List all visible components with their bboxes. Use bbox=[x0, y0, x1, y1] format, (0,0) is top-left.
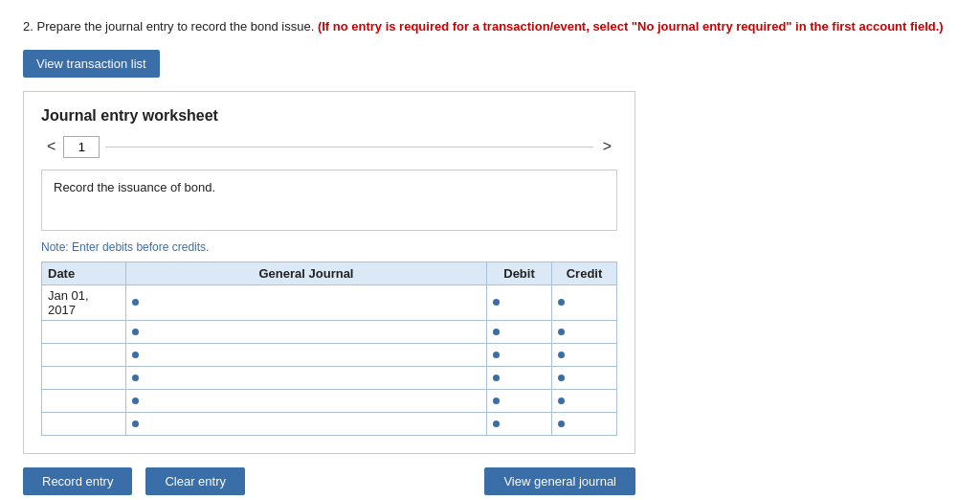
blue-dot-icon bbox=[558, 420, 565, 427]
credit-cell-3[interactable] bbox=[552, 366, 617, 389]
blue-dot-icon bbox=[493, 329, 500, 335]
blue-dot-icon bbox=[132, 299, 139, 306]
date-cell-0[interactable]: Jan 01, 2017 bbox=[42, 284, 126, 320]
journal-table: Date General Journal Debit Credit Jan 01… bbox=[41, 261, 617, 436]
blue-dot-icon bbox=[558, 375, 565, 381]
record-entry-button[interactable]: Record entry bbox=[23, 467, 132, 495]
blue-dot-icon bbox=[132, 375, 139, 381]
debit-cell-4[interactable] bbox=[487, 389, 552, 412]
nav-row: < > bbox=[41, 136, 617, 158]
view-general-journal-button[interactable]: View general journal bbox=[484, 467, 635, 495]
col-header-debit: Debit bbox=[487, 261, 552, 284]
gj-cell-0[interactable] bbox=[126, 284, 487, 320]
date-cell-2[interactable] bbox=[42, 343, 126, 366]
table-row bbox=[42, 412, 617, 435]
nav-line bbox=[105, 147, 592, 148]
debit-cell-3[interactable] bbox=[487, 366, 552, 389]
debit-cell-1[interactable] bbox=[487, 320, 552, 343]
date-cell-4[interactable] bbox=[42, 389, 126, 412]
credit-cell-0[interactable] bbox=[552, 284, 617, 320]
blue-dot-icon bbox=[493, 398, 500, 404]
blue-dot-icon bbox=[132, 398, 139, 404]
debit-cell-2[interactable] bbox=[487, 343, 552, 366]
question-instruction: (If no entry is required for a transacti… bbox=[318, 19, 944, 34]
question-number: 2. bbox=[23, 19, 33, 34]
blue-dot-icon bbox=[493, 420, 500, 427]
question-text: 2. Prepare the journal entry to record t… bbox=[23, 17, 957, 36]
blue-dot-icon bbox=[493, 352, 500, 358]
worksheet-title: Journal entry worksheet bbox=[41, 107, 617, 125]
blue-dot-icon bbox=[132, 420, 139, 427]
question-intro: Prepare the journal entry to record the … bbox=[36, 19, 317, 34]
debit-cell-0[interactable] bbox=[487, 284, 552, 320]
nav-page-input[interactable] bbox=[63, 136, 100, 158]
table-row bbox=[42, 320, 617, 343]
blue-dot-icon bbox=[558, 299, 565, 306]
table-row bbox=[42, 366, 617, 389]
credit-cell-5[interactable] bbox=[552, 412, 617, 435]
note-text: Note: Enter debits before credits. bbox=[41, 240, 617, 254]
credit-cell-2[interactable] bbox=[552, 343, 617, 366]
bottom-buttons: Record entry Clear entry View general jo… bbox=[23, 467, 635, 495]
blue-dot-icon bbox=[132, 352, 139, 358]
blue-dot-icon bbox=[132, 329, 139, 335]
gj-cell-1[interactable] bbox=[126, 320, 487, 343]
clear-entry-button[interactable]: Clear entry bbox=[145, 467, 245, 495]
credit-cell-4[interactable] bbox=[552, 389, 617, 412]
worksheet-container: Journal entry worksheet < > Record the i… bbox=[23, 91, 635, 454]
blue-dot-icon bbox=[558, 398, 565, 404]
nav-prev-button[interactable]: < bbox=[41, 136, 61, 157]
gj-cell-2[interactable] bbox=[126, 343, 487, 366]
table-row bbox=[42, 389, 617, 412]
table-row: Jan 01, 2017 bbox=[42, 284, 617, 320]
gj-cell-3[interactable] bbox=[126, 366, 487, 389]
date-cell-1[interactable] bbox=[42, 320, 126, 343]
col-header-date: Date bbox=[42, 261, 126, 284]
debit-cell-5[interactable] bbox=[487, 412, 552, 435]
blue-dot-icon bbox=[558, 329, 565, 335]
blue-dot-icon bbox=[558, 352, 565, 358]
blue-dot-icon bbox=[493, 375, 500, 381]
date-cell-3[interactable] bbox=[42, 366, 126, 389]
table-row bbox=[42, 343, 617, 366]
blue-dot-icon bbox=[493, 299, 500, 306]
gj-cell-4[interactable] bbox=[126, 389, 487, 412]
description-box: Record the issuance of bond. bbox=[41, 170, 617, 231]
col-header-gj: General Journal bbox=[126, 261, 487, 284]
gj-cell-5[interactable] bbox=[126, 412, 487, 435]
credit-cell-1[interactable] bbox=[552, 320, 617, 343]
date-cell-5[interactable] bbox=[42, 412, 126, 435]
nav-next-button[interactable]: > bbox=[597, 136, 617, 157]
view-transaction-button[interactable]: View transaction list bbox=[23, 50, 160, 78]
col-header-credit: Credit bbox=[552, 261, 617, 284]
